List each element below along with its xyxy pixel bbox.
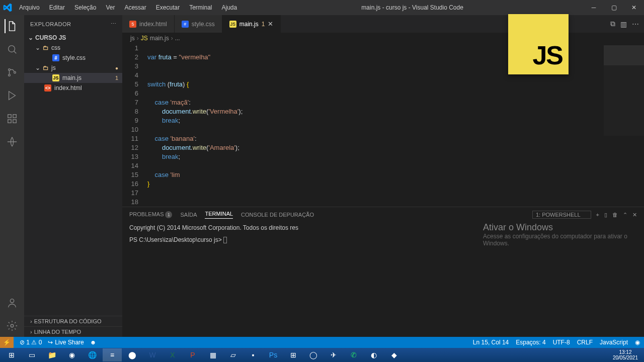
split-terminal-icon[interactable]: ▯ [604,212,607,218]
taskview-icon[interactable]: ▭ [22,348,41,361]
start-button[interactable]: ⊞ [2,348,21,361]
app-icon[interactable]: ▱ [223,348,243,361]
obs-icon[interactable]: ◯ [304,348,323,361]
live-share-status[interactable]: ↪ Live Share [48,339,84,346]
chevron-down-icon: ⌄ [35,64,40,71]
chevron-down-icon: ⌄ [35,44,40,51]
minimize-button[interactable]: ─ [584,0,604,15]
cmd-icon[interactable]: ▪ [244,348,263,361]
panel-tabs: PROBLEMAS1SAÍDATERMINALCONSOLE DE DEPURA… [122,207,644,222]
svg-rect-5 [13,115,16,118]
menu-executar[interactable]: Executar [152,2,184,13]
line-numbers: 123456789101112131415161718 [122,44,147,207]
chevron-right-icon: › [30,318,32,324]
settings-gear-icon[interactable] [5,319,19,333]
close-button[interactable]: ✕ [624,0,644,15]
panel-tab-console de depuração[interactable]: CONSOLE DE DEPURAÇÃO [241,212,314,218]
panel-tab-problemas[interactable]: PROBLEMAS1 [129,211,172,218]
window-title: main.js - curso js - Visual Studio Code [241,4,584,11]
svg-rect-7 [13,120,16,123]
svg-point-9 [11,324,14,327]
edge-icon[interactable]: 🌐 [83,348,102,361]
js-file-icon: JS [52,74,59,81]
search-icon[interactable] [5,42,19,56]
status-2[interactable]: UTF-8 [553,339,570,346]
status-3[interactable]: CRLF [577,339,593,346]
compare-changes-icon[interactable]: ⧉ [610,20,615,28]
new-terminal-icon[interactable]: + [596,212,599,218]
app-icon[interactable]: ◆ [384,348,404,361]
windows-taskbar: ⊞ ▭ 📁 ◉ 🌐 ≡ ⬤ W X P ▦ ▱ ▪ Ps ⊞ ◯ ✈ ✆ ◐ ◆… [0,348,644,362]
menu-seleção[interactable]: Seleção [70,2,100,13]
close-tab-icon[interactable]: ✕ [268,20,273,28]
split-editor-icon[interactable]: ▥ [620,20,627,28]
svg-rect-6 [8,120,11,123]
menu-editar[interactable]: Editar [45,2,69,13]
folder-icon: 🗀 [42,64,49,71]
tab-style.css[interactable]: #style.css [175,15,222,33]
kill-terminal-icon[interactable]: 🗑 [612,212,618,218]
app-icon[interactable]: ⬤ [123,348,142,361]
more-actions-icon[interactable]: ⋯ [632,20,639,28]
panel: PROBLEMAS1SAÍDATERMINALCONSOLE DE DEPURA… [122,207,644,267]
status-1[interactable]: Espaços: 4 [516,339,545,346]
html-file-icon: 5 [129,21,136,28]
menu-ver[interactable]: Ver [102,2,119,13]
photoshop-icon[interactable]: Ps [264,348,283,361]
windows-activation-watermark: Ativar o Windows Acesse as configurações… [483,222,634,247]
problems-indicator[interactable]: ⊘ 1 ⚠ 0 [20,339,42,346]
app-icon[interactable]: ▦ [203,348,222,361]
tab-index.html[interactable]: 5index.html [122,15,175,33]
file-explorer-icon[interactable]: 📁 [42,348,61,361]
explorer-icon[interactable] [5,19,19,33]
outline-section[interactable]: ›ESTRUTURA DO CÓDIGO [24,316,122,326]
minimap[interactable] [604,45,644,136]
system-clock[interactable]: 13:1220/05/2021 [609,349,642,360]
maximize-panel-icon[interactable]: ⌃ [623,212,627,218]
app-icon[interactable]: ◐ [364,348,383,361]
excel-icon[interactable]: X [163,348,182,361]
more-icon[interactable]: ⋯ [111,21,117,27]
maximize-button[interactable]: ▢ [604,0,624,15]
status-4[interactable]: JavaScript [600,339,628,346]
svg-rect-4 [8,115,11,118]
feedback-icon[interactable]: ☻ [90,339,97,346]
terminal-body[interactable]: Copyright (C) 2014 Microsoft Corporation… [122,222,644,267]
live-share-icon[interactable] [5,135,19,149]
vscode-taskbar-icon[interactable]: ≡ [103,348,122,361]
terminal-shell-select[interactable]: 1: powershell [532,211,591,219]
telegram-icon[interactable]: ✈ [324,348,343,361]
menu-terminal[interactable]: Terminal [185,2,216,13]
workspace-root[interactable]: ⌄ CURSO JS [24,33,122,43]
menu-acessar[interactable]: Acessar [120,2,150,13]
folder-icon: 🗀 [42,44,49,51]
status-5[interactable]: ◉ [635,339,640,346]
chrome-icon[interactable]: ◉ [62,348,82,361]
run-debug-icon[interactable] [5,88,19,103]
tab-main.js[interactable]: JSmain.js 1✕ [222,15,281,33]
chevron-right-icon: › [30,329,32,335]
panel-tab-terminal[interactable]: TERMINAL [205,211,233,219]
explorer-sidebar: EXPLORADOR ⋯ ⌄ CURSO JS ⌄ 🗀 css#style.cs… [24,15,122,337]
remote-indicator[interactable]: ⚡ [0,337,14,348]
file-style.css[interactable]: #style.css [24,53,122,63]
extensions-icon[interactable] [5,112,19,126]
source-control-icon[interactable] [5,65,19,79]
menu-ajuda[interactable]: Ajuda [218,2,242,13]
svg-point-2 [9,74,11,76]
file-main.js[interactable]: JSmain.js1 [24,73,122,83]
status-0[interactable]: Ln 15, Col 14 [473,339,509,346]
powerpoint-icon[interactable]: P [183,348,202,361]
whatsapp-icon[interactable]: ✆ [344,348,363,361]
menu-arquivo[interactable]: Arquivo [15,2,44,13]
word-icon[interactable]: W [143,348,162,361]
panel-tab-saída[interactable]: SAÍDA [180,212,197,218]
file-index.html[interactable]: <>index.html [24,83,122,93]
account-icon[interactable] [5,296,19,310]
timeline-section[interactable]: ›LINHA DO TEMPO [24,326,122,337]
close-panel-icon[interactable]: ✕ [632,212,637,218]
folder-css[interactable]: ⌄ 🗀 css [24,43,122,53]
calc-icon[interactable]: ⊞ [284,348,303,361]
activity-bar [0,15,24,337]
folder-js[interactable]: ⌄ 🗀 js● [24,63,122,73]
